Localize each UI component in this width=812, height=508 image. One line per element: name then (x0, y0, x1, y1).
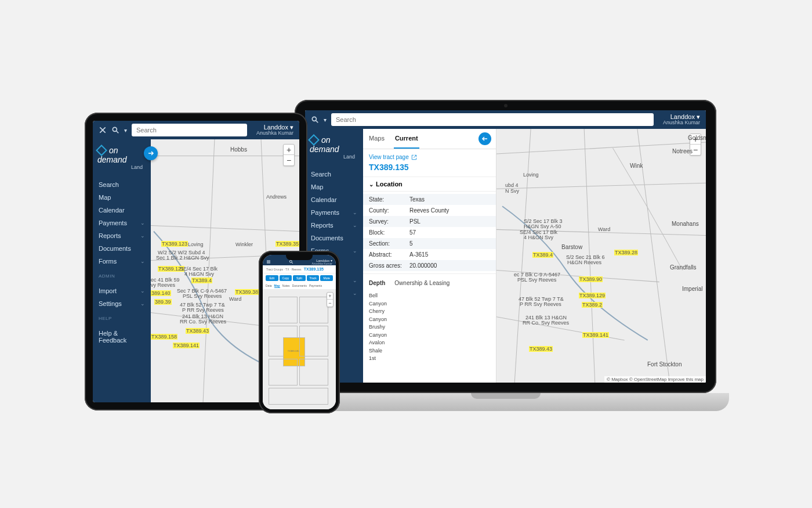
edit-button[interactable]: Edit (266, 275, 278, 281)
map-label: TX389.43 (529, 346, 553, 352)
arrow-left-icon (481, 135, 488, 142)
map-label: Grandfalls (670, 264, 697, 271)
phone-tab-documents[interactable]: Documents (292, 284, 307, 288)
search-icon[interactable] (311, 116, 319, 124)
account-menu[interactable]: Landdox ▾ Anushka Kumar (252, 124, 293, 136)
chevron-down-icon: ⌄ (353, 210, 357, 215)
crumb[interactable]: Tract Groups (266, 268, 283, 271)
map-label: TX389.28 (614, 250, 638, 255)
map-label: TX389.158 (151, 334, 177, 340)
map-label: Loving (523, 172, 539, 178)
map-label: TX389.141 (173, 343, 200, 348)
sidebar-item-map[interactable]: Map (93, 191, 151, 204)
sidebar-item-reports[interactable]: Reports⌄ (93, 229, 151, 242)
account-menu[interactable]: Landdox ▾ Anushka Kumar (658, 113, 700, 126)
search-icon[interactable] (111, 126, 119, 134)
map-label: Hobbs (230, 146, 247, 153)
sidebar-item-map[interactable]: Map (305, 181, 363, 193)
table-row: Survey:PSL (363, 216, 496, 227)
map-label: PSL Svy Reeves (517, 277, 556, 283)
table-row: County:Reeves County (363, 205, 496, 216)
chevron-down-icon: ⌄ (369, 181, 374, 188)
close-icon[interactable] (99, 126, 107, 134)
account-menu[interactable]: Landdox ▾Anushka Kumar (311, 259, 332, 265)
chevron-down-icon: ⌄ (140, 258, 145, 264)
sidebar: on demand Land Search Map Calendar Payme… (93, 139, 151, 402)
crumb[interactable]: Reeves (292, 268, 302, 271)
phone-tabs: Data Map Notes Documents Payments (263, 283, 336, 290)
sidebar-item-import[interactable]: Import⌄ (93, 284, 151, 297)
zoom-in-button[interactable]: + (327, 293, 333, 300)
search-dropdown-caret-icon[interactable]: ▾ (324, 117, 327, 123)
sidebar-item-documents[interactable]: Documents (93, 242, 151, 255)
crumb[interactable]: TX (285, 268, 289, 271)
table-row: Block:57 (363, 227, 496, 238)
svg-point-0 (312, 117, 316, 121)
track-button[interactable]: Track (307, 275, 320, 281)
chevron-down-icon: ⌄ (353, 278, 357, 283)
tab-current[interactable]: Current (394, 132, 419, 149)
detail-subtabs: Depth Ownership & Leasing (363, 273, 496, 290)
app-laptop: ▾ Landdox ▾ Anushka Kumar on demand Land (305, 110, 706, 383)
view-tract-page-link[interactable]: View tract page (363, 149, 496, 161)
more-button[interactable]: More (320, 275, 333, 281)
map-label: TX389.90 (579, 276, 603, 282)
sidebar-item-payments[interactable]: Payments⌄ (93, 217, 151, 229)
phone-map[interactable]: TX389.135 + − (263, 290, 336, 409)
zoom-out-button[interactable]: − (284, 155, 294, 165)
zoom-out-button[interactable]: − (327, 300, 333, 307)
split-button[interactable]: Split (293, 275, 306, 281)
search-dropdown-caret-icon[interactable]: ▾ (124, 127, 127, 134)
table-row: Section:5 (363, 238, 496, 249)
sidebar-item-reports[interactable]: Reports⌄ (305, 219, 363, 232)
subtab-depth[interactable]: Depth (369, 280, 385, 286)
arrow-right-icon (147, 150, 154, 157)
sidebar-item-help[interactable]: Help & Feedback (93, 327, 151, 347)
map-label: ubd 4 (505, 182, 519, 188)
subtab-ownership[interactable]: Ownership & Leasing (394, 280, 449, 286)
phone-tab-notes[interactable]: Notes (282, 284, 290, 288)
app-phone: Landdox ▾Anushka Kumar Tract Groups · TX… (263, 255, 336, 409)
sidebar-item-search[interactable]: Search (93, 178, 151, 191)
action-buttons: Edit Copy Split Track More (263, 273, 336, 283)
table-row: State:Texas (363, 194, 496, 205)
menu-icon[interactable] (266, 260, 271, 264)
location-section-head[interactable]: ⌄Location (363, 176, 496, 192)
detail-tabs: Maps Current (363, 129, 496, 149)
search-icon[interactable] (289, 260, 293, 264)
phone-tab-data[interactable]: Data (266, 284, 272, 288)
logo-mark-icon (96, 145, 107, 156)
sidebar-item-payments[interactable]: Payments⌄ (305, 206, 363, 219)
map-label: TX389.2 (582, 302, 603, 308)
tab-maps[interactable]: Maps (368, 132, 386, 149)
svg-line-4 (496, 183, 706, 189)
phone-tab-payments[interactable]: Payments (309, 284, 322, 288)
search-input[interactable] (132, 124, 247, 136)
map-label: vy Reeves (151, 282, 175, 288)
map-label: N Svy (505, 188, 519, 194)
zoom-in-button[interactable]: + (284, 145, 294, 155)
phone-tab-map[interactable]: Map (274, 284, 280, 288)
map-label: 4 H&GN Svy (524, 235, 553, 240)
sidebar-item-forms[interactable]: Forms⌄ (93, 255, 151, 268)
map-label: TX389.4 (191, 278, 212, 283)
sidebar-item-calendar[interactable]: Calendar (93, 204, 151, 217)
map-label: Andrews (266, 194, 287, 200)
map-label: Wink (630, 163, 643, 169)
copy-button[interactable]: Copy (280, 275, 292, 281)
sidebar-item-documents[interactable]: Documents (305, 232, 363, 244)
map-view[interactable]: + − © Mapbox © OpenStreetMap Improve thi… (496, 129, 706, 383)
sidebar-item-settings[interactable]: Settings⌄ (93, 297, 151, 310)
sidebar-item-search[interactable]: Search (305, 168, 363, 181)
laptop-bezel: ▾ Landdox ▾ Anushka Kumar on demand Land (295, 100, 716, 393)
search-input[interactable] (331, 113, 654, 126)
depth-list: Bell Canyon Cherry Canyon Brushy Canyon … (363, 290, 496, 365)
back-button[interactable] (478, 132, 491, 145)
svg-line-1 (316, 121, 318, 123)
sidebar-toggle-button[interactable] (144, 146, 158, 160)
brand-sub: Land (97, 164, 146, 170)
topbar: ▾ Landdox ▾ Anushka Kumar (93, 121, 299, 139)
nav-help: Help & Feedback (93, 327, 151, 347)
detail-panel: Maps Current View tract page (363, 129, 496, 383)
sidebar-item-calendar[interactable]: Calendar (305, 193, 363, 206)
